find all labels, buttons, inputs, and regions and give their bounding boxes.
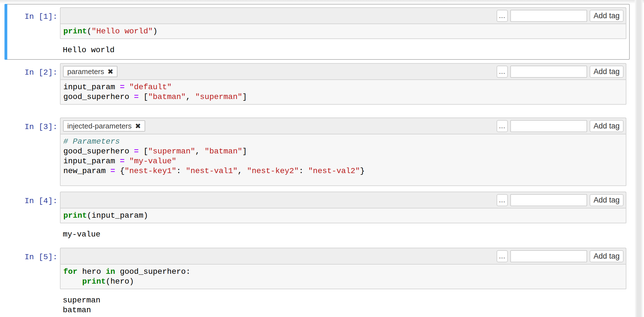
tag-label: parameters	[67, 67, 104, 76]
tag-input[interactable]	[510, 66, 587, 78]
input-prompt: In [3]:	[8, 118, 60, 186]
tag-pill: parameters ✖	[63, 66, 117, 77]
code-token: [	[139, 147, 148, 156]
scrollbar-track[interactable]	[635, 0, 643, 317]
inner-cell: ... Add tag for hero in good_superhero: …	[60, 248, 626, 289]
code-cell-2[interactable]: In [2]: parameters ✖ ... Add tag input_p…	[4, 60, 630, 108]
code-token	[63, 277, 82, 286]
inner-cell: injected-parameters ✖ ... Add tag # Para…	[60, 118, 626, 186]
code-cell-3[interactable]: In [3]: injected-parameters ✖ ... Add ta…	[4, 114, 630, 189]
code-token: good_superhero	[63, 147, 134, 156]
code-token: input_param	[63, 157, 120, 166]
code-token: (input_param)	[87, 211, 148, 220]
code-token: "batman"	[148, 93, 186, 101]
code-token: )	[153, 27, 157, 36]
code-token: print	[82, 277, 106, 286]
code-token: "Hello world"	[92, 27, 153, 36]
code-line: print(hero)	[63, 277, 626, 286]
tag-input[interactable]	[510, 250, 587, 262]
inner-cell: ... Add tag print(input_param)	[60, 192, 626, 223]
remove-tag-icon[interactable]: ✖	[135, 123, 141, 130]
code-token: ]	[242, 147, 247, 156]
cell-tags-toolbar: ... Add tag	[60, 192, 626, 208]
code-token	[124, 83, 129, 91]
code-editor[interactable]: input_param = "default"good_superhero = …	[60, 79, 626, 105]
output-content: Hello world	[60, 45, 115, 55]
code-token: ,	[195, 147, 205, 156]
input-prompt: In [2]:	[8, 63, 60, 105]
more-tags-button[interactable]: ...	[497, 250, 508, 262]
output-content: my-value	[60, 229, 100, 239]
code-line: good_superhero = ["batman", "superman"]	[63, 92, 626, 102]
code-token: in	[106, 267, 115, 276]
code-editor[interactable]: print(input_param)	[60, 208, 626, 223]
inner-cell: parameters ✖ ... Add tag input_param = "…	[60, 63, 626, 105]
code-token: "default"	[129, 83, 172, 91]
code-line: new_param = {"nest-key1": "nest-val1", "…	[63, 166, 626, 176]
tag-input[interactable]	[510, 194, 587, 206]
add-tag-button[interactable]: Add tag	[590, 250, 624, 262]
code-token: (	[87, 27, 92, 36]
code-token: =	[120, 83, 125, 91]
add-tag-button[interactable]: Add tag	[590, 194, 624, 206]
code-token: {	[115, 167, 125, 175]
cell-tags-toolbar: injected-parameters ✖ ... Add tag	[60, 118, 626, 134]
code-token: # Parameters	[63, 137, 120, 146]
output-line: Hello world	[63, 45, 115, 55]
code-cell-1[interactable]: In [1]: ... Add tag print("Hello world")…	[4, 4, 630, 60]
code-token: "nest-key1"	[124, 167, 176, 175]
cell-input-row: In [5]: ... Add tag for hero in good_sup…	[8, 248, 626, 289]
more-tags-button[interactable]: ...	[497, 194, 508, 206]
cell-input-row: In [4]: ... Add tag print(input_param)	[8, 192, 626, 223]
code-token: =	[110, 167, 115, 175]
code-editor[interactable]: # Parametersgood_superhero = ["superman"…	[60, 134, 626, 186]
code-token: "batman"	[205, 147, 242, 156]
code-token: ]	[242, 93, 247, 101]
code-token: print	[63, 27, 87, 36]
code-line	[63, 176, 626, 183]
more-tags-button[interactable]: ...	[497, 66, 508, 78]
output-line: batman	[63, 305, 100, 315]
more-tags-button[interactable]: ...	[497, 120, 508, 132]
cell-tags-toolbar: parameters ✖ ... Add tag	[60, 63, 626, 79]
code-line: print("Hello world")	[63, 26, 626, 36]
cell-input-row: In [1]: ... Add tag print("Hello world")	[8, 7, 626, 39]
remove-tag-icon[interactable]: ✖	[108, 68, 113, 75]
code-line: for hero in good_superhero:	[63, 267, 626, 277]
code-token: hero	[77, 267, 106, 276]
code-editor[interactable]: for hero in good_superhero: print(hero)	[60, 264, 626, 289]
inner-cell: ... Add tag print("Hello world")	[60, 7, 626, 39]
code-line: good_superhero = ["superman", "batman"]	[63, 146, 626, 156]
tag-pill: injected-parameters ✖	[63, 120, 145, 132]
cell-tags-toolbar: ... Add tag	[60, 248, 626, 264]
add-tag-button[interactable]: Add tag	[590, 10, 624, 22]
tag-input[interactable]	[510, 10, 587, 22]
code-token: new_param	[63, 167, 110, 175]
code-editor[interactable]: print("Hello world")	[60, 24, 626, 39]
cell-input-row: In [2]: parameters ✖ ... Add tag input_p…	[8, 63, 626, 105]
input-prompt: In [1]:	[8, 7, 60, 39]
tag-label: injected-parameters	[67, 122, 132, 130]
code-token: good_superhero	[63, 93, 134, 101]
code-token: "nest-val2"	[308, 167, 360, 175]
add-tag-button[interactable]: Add tag	[590, 66, 624, 78]
output-line: my-value	[63, 229, 100, 239]
code-line: input_param = "my-value"	[63, 156, 626, 166]
tag-input[interactable]	[510, 120, 587, 132]
input-prompt: In [4]:	[8, 192, 60, 223]
cell-input-row: In [3]: injected-parameters ✖ ... Add ta…	[8, 118, 626, 186]
code-line: print(input_param)	[63, 211, 626, 220]
code-token: "superman"	[195, 93, 242, 101]
input-prompt: In [5]:	[8, 248, 60, 289]
output-area: my-value	[8, 229, 626, 239]
code-cell-5[interactable]: In [5]: ... Add tag for hero in good_sup…	[4, 244, 630, 317]
code-token: "nest-val1"	[186, 167, 238, 175]
add-tag-button[interactable]: Add tag	[590, 120, 624, 132]
code-token: input_param	[63, 83, 120, 91]
code-cell-4[interactable]: In [4]: ... Add tag print(input_param) m…	[4, 188, 630, 243]
output-line: superman	[63, 295, 100, 305]
code-token: =	[120, 157, 125, 166]
more-tags-button[interactable]: ...	[497, 10, 508, 22]
output-area: supermanbatman	[8, 295, 626, 315]
output-area: Hello world	[8, 45, 626, 55]
